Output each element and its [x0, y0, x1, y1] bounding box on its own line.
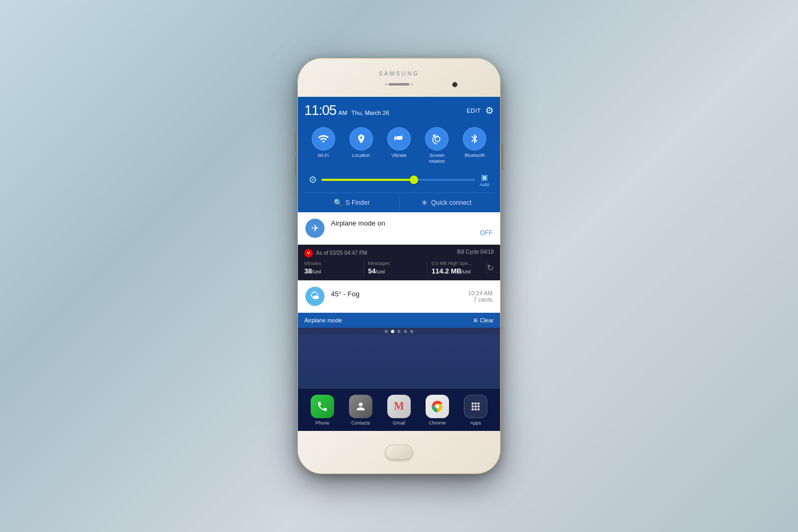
usage-date: As of 03/25 04:47 PM — [316, 250, 367, 256]
clock-ampm: AM — [338, 110, 347, 116]
finder-row: 🔍 S Finder ✳ Quick connect — [304, 193, 494, 212]
quick-toggles-row: Wi-Fi Location — [304, 123, 494, 170]
edit-button[interactable]: EDIT — [467, 107, 481, 114]
quick-connect-button[interactable]: ✳ Quick connect — [400, 193, 494, 212]
home-button[interactable] — [385, 445, 413, 460]
top-bezel: SAMSUNG — [298, 59, 500, 97]
page-dot-2 — [391, 330, 394, 333]
location-icon-circle — [350, 127, 373, 151]
earpiece — [385, 83, 413, 86]
auto-brightness-icon: ▣ — [481, 173, 488, 181]
page-dot-4 — [404, 330, 407, 333]
settings-icon[interactable]: ⚙ — [485, 105, 494, 117]
wifi-icon-circle — [312, 127, 335, 151]
messages-label: Messages — [368, 261, 423, 266]
clear-button[interactable]: ≡ Clear — [473, 316, 494, 325]
page-indicator — [298, 328, 500, 335]
sfinder-label: S Finder — [346, 199, 370, 206]
chrome-app-icon — [426, 395, 449, 418]
usage-stats: Minutes 38/Unl Messages 54/Unl — [304, 261, 494, 276]
power-button[interactable] — [501, 144, 503, 170]
phone-app-label: Phone — [315, 420, 329, 426]
date-display: Thu, March 26 — [352, 110, 389, 116]
minutes-stat: Minutes 38/Unl — [304, 261, 364, 276]
airplane-notif-title: Airplane mode on — [331, 219, 385, 227]
app-dock: Phone Contacts M Gmail — [298, 388, 500, 431]
vibrate-label: Vibrate — [392, 153, 406, 159]
toggle-wifi[interactable]: Wi-Fi — [312, 127, 335, 164]
refresh-icon[interactable]: ↻ — [487, 263, 494, 273]
brightness-slider[interactable] — [321, 179, 475, 181]
airplane-notif-content: Airplane mode on OFF — [331, 219, 493, 237]
airplane-off-row: OFF — [331, 229, 493, 237]
quick-connect-label: Quick connect — [431, 199, 471, 206]
svg-point-1 — [436, 404, 439, 408]
brightness-row: ⚙ ▣ Auto — [304, 170, 494, 193]
phone-app-icon — [311, 395, 334, 418]
clock-time: 11:05 — [304, 102, 336, 119]
weather-cards: 7 cards — [468, 296, 493, 303]
notification-shade: 11:05 AM Thu, March 26 EDIT ⚙ — [298, 97, 500, 431]
volume-up-button[interactable] — [295, 133, 297, 152]
samsung-logo: SAMSUNG — [379, 70, 420, 77]
messages-value: 54/Unl — [368, 267, 385, 275]
phone-device: SAMSUNG 11:05 AM — [298, 59, 500, 473]
data-value: 114.2 MB/Unl — [431, 267, 470, 275]
toggle-vibrate[interactable]: Vibrate — [387, 127, 411, 164]
rotation-label: Screen rotation — [429, 153, 445, 164]
dock-apps[interactable]: Apps — [464, 395, 487, 426]
airplane-off-button[interactable]: OFF — [480, 229, 493, 237]
airplane-notification[interactable]: ✈ Airplane mode on OFF — [298, 212, 500, 245]
toggle-screen-rotation[interactable]: Screen rotation — [425, 127, 448, 164]
weather-time: 10:24 AM — [468, 290, 493, 296]
page-dot-5 — [410, 330, 413, 333]
gmail-app-label: Gmail — [393, 420, 405, 426]
toggle-location[interactable]: Location — [350, 127, 373, 164]
bottom-bezel — [298, 431, 500, 473]
contacts-app-label: Contacts — [351, 420, 370, 426]
weather-icon-circle: 🌤 — [305, 287, 325, 306]
minutes-label: Minutes — [304, 261, 359, 266]
brightness-thumb[interactable] — [410, 176, 418, 184]
bill-cycle: Bill Cycle 04/19 — [457, 249, 494, 257]
messages-stat: Messages 54/Unl — [364, 261, 428, 276]
page-dot-1 — [385, 330, 388, 333]
usage-header: V As of 03/25 04:47 PM Bill Cycle 04/19 — [304, 249, 494, 257]
page-dot-3 — [397, 330, 401, 333]
weather-notification[interactable]: 🌤 45° - Fog 10:24 AM 7 cards — [298, 280, 500, 313]
rotation-icon-circle — [425, 127, 448, 151]
dock-gmail[interactable]: M Gmail — [387, 395, 411, 426]
speaker-dot — [411, 84, 413, 85]
usage-notification[interactable]: V As of 03/25 04:47 PM Bill Cycle 04/19 … — [298, 245, 500, 280]
location-label: Location — [352, 153, 370, 159]
quick-connect-icon: ✳ — [421, 198, 428, 207]
time-display: 11:05 AM Thu, March 26 — [304, 102, 389, 119]
verizon-icon: V — [304, 249, 313, 257]
speaker-dot — [385, 84, 387, 85]
phone-outer-shell: SAMSUNG 11:05 AM — [298, 59, 500, 473]
wifi-label: Wi-Fi — [318, 153, 329, 159]
airplane-mode-label: Airplane mode — [304, 317, 342, 323]
dock-chrome[interactable]: Chrome — [426, 395, 449, 426]
volume-down-button[interactable] — [295, 157, 297, 176]
speaker-grille — [388, 83, 410, 86]
toggle-bluetooth[interactable]: Bluetooth — [463, 127, 486, 164]
bluetooth-icon-circle — [463, 127, 486, 151]
weather-notif-title: 45° - Fog — [331, 290, 360, 298]
clear-label: Clear — [480, 317, 494, 323]
notifications-area: ✈ Airplane mode on OFF — [298, 212, 500, 335]
front-camera — [452, 82, 458, 87]
minutes-value: 38/Unl — [304, 267, 321, 275]
search-icon: 🔍 — [334, 198, 343, 207]
weather-notif-header: 45° - Fog 10:24 AM 7 cards — [331, 290, 493, 303]
sfinder-button[interactable]: 🔍 S Finder — [304, 193, 399, 212]
apps-app-label: Apps — [470, 420, 481, 426]
airplane-notif-header: Airplane mode on — [331, 219, 493, 227]
bluetooth-label: Bluetooth — [464, 153, 485, 159]
dock-contacts[interactable]: Contacts — [349, 395, 372, 426]
weather-notif-content: 45° - Fog 10:24 AM 7 cards — [331, 290, 493, 303]
usage-header-left: V As of 03/25 04:47 PM — [304, 249, 367, 257]
dock-phone[interactable]: Phone — [311, 395, 334, 426]
notification-bottom-bar: Airplane mode ≡ Clear — [298, 313, 500, 328]
data-label: 0.0 MB High Spe... — [431, 261, 486, 266]
